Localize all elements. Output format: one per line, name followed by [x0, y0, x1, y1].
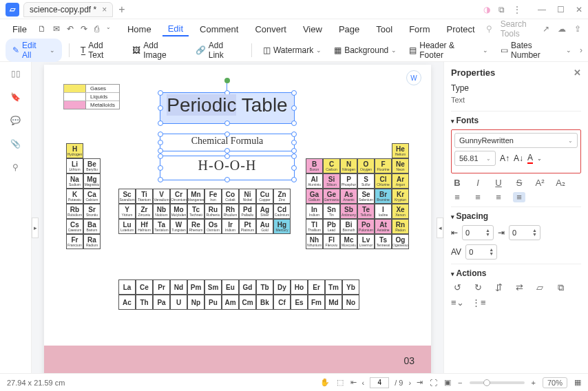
font-color-icon[interactable]: A	[527, 153, 533, 164]
shrink-font-icon[interactable]: A↓	[514, 154, 523, 163]
select-tool-icon[interactable]: ⬚	[337, 378, 344, 387]
expand-left-icon[interactable]: ▸	[32, 218, 39, 238]
font-size-select[interactable]: 56.81⌄	[454, 151, 496, 166]
fit-page-icon[interactable]: ▣	[444, 378, 451, 387]
text-selection-subtitle[interactable]: Chemical Formula	[160, 134, 295, 151]
text-selection-formula[interactable]: H-O-O-H	[160, 156, 295, 180]
align-justify-button[interactable]: ≡	[513, 192, 525, 202]
zoom-value[interactable]: 70%	[543, 377, 567, 388]
bates-number-button[interactable]: ▭Bates Number⌄	[496, 39, 576, 62]
open-external-icon[interactable]: ↗	[543, 24, 549, 34]
align-right-button[interactable]: ≡	[492, 192, 505, 202]
italic-button[interactable]: I	[472, 178, 484, 188]
page[interactable]: W Gases Liquids Metalloids Periodic Tabl…	[44, 65, 431, 373]
rotate-left-icon[interactable]: ↺	[451, 282, 463, 293]
toolbar-overflow-icon[interactable]: ›	[580, 45, 582, 55]
thumbnails-icon[interactable]: ▯▯	[11, 69, 21, 78]
new-tab-button[interactable]: +	[118, 3, 125, 16]
minimize-icon[interactable]: —	[538, 5, 546, 14]
fonts-section[interactable]: Fonts	[451, 116, 581, 125]
undo-icon[interactable]: ↶	[67, 24, 74, 34]
view-mode-icon[interactable]: ▦	[574, 378, 581, 387]
menu-file[interactable]: File	[7, 23, 32, 36]
resize-handle[interactable]	[224, 120, 230, 126]
zoom-in-icon[interactable]: +	[532, 379, 536, 387]
attachment-icon[interactable]: 📎	[10, 139, 21, 149]
zoom-slider[interactable]	[470, 381, 525, 384]
comment-panel-icon[interactable]: 💬	[10, 116, 21, 125]
menu-convert[interactable]: Convert	[249, 23, 292, 36]
bold-button[interactable]: B	[451, 178, 463, 188]
hand-tool-icon[interactable]: ✋	[320, 378, 330, 387]
menu-comment[interactable]: Comment	[194, 23, 244, 36]
search-tools-input[interactable]: Search Tools	[501, 19, 534, 39]
kebab-icon[interactable]: ⋮	[513, 5, 521, 14]
text-selection-title[interactable]: Periodic Table	[160, 92, 295, 124]
print-icon[interactable]: ⎙	[94, 24, 99, 34]
actions-section[interactable]: Actions	[451, 268, 581, 278]
redo-icon[interactable]: ↷	[81, 24, 87, 34]
resize-handle[interactable]	[291, 120, 297, 126]
underline-button[interactable]: U	[492, 178, 505, 188]
slider-thumb[interactable]	[483, 379, 490, 386]
menu-protect[interactable]: Protect	[441, 23, 480, 36]
qat-chev-icon[interactable]: ⌄	[106, 24, 111, 34]
canvas[interactable]: ▸ ◂ W Gases Liquids Metalloids Periodic …	[32, 62, 443, 373]
mail-icon[interactable]: ✉	[53, 24, 60, 34]
cloud-icon[interactable]: ☁	[558, 24, 566, 34]
subscript-button[interactable]: A₂	[554, 178, 567, 188]
char-spacing-input[interactable]: 0▲▼	[465, 244, 497, 260]
flip-v-icon[interactable]: ⇵	[492, 282, 505, 293]
font-family-select[interactable]: GunnyRewritten⌄	[454, 133, 578, 148]
notify-icon[interactable]: ⧉	[498, 5, 505, 14]
close-window-icon[interactable]: ✕	[576, 5, 582, 14]
spacing-section[interactable]: Spacing	[451, 211, 581, 221]
fit-width-icon[interactable]: ⛶	[430, 379, 437, 387]
float-word-icon[interactable]: W	[406, 70, 421, 85]
align-left-button[interactable]: ≡	[451, 192, 463, 202]
align-center-button[interactable]: ≡	[472, 192, 484, 202]
rotate-handle[interactable]	[224, 78, 230, 83]
add-text-button[interactable]: T̲Add Text	[76, 39, 124, 62]
spacing-left-input[interactable]: 0▲▼	[462, 225, 494, 240]
maximize-icon[interactable]: ☐	[557, 5, 565, 14]
document-tab[interactable]: science-copy.pdf * ×	[23, 2, 113, 17]
strike-button[interactable]: S	[513, 178, 525, 188]
edit-all-button[interactable]: ✎ Edit All ⌄	[6, 39, 62, 62]
menu-view[interactable]: View	[297, 23, 328, 36]
add-image-button[interactable]: 🖼Add Image	[128, 39, 187, 62]
superscript-button[interactable]: A²	[534, 178, 546, 188]
line-spacing-icon[interactable]: ≡⌄	[451, 297, 463, 308]
page-input[interactable]	[370, 377, 389, 388]
menu-edit[interactable]: Edit	[162, 22, 189, 36]
search-panel-icon[interactable]: ⚲	[12, 162, 19, 172]
resize-handle[interactable]	[158, 120, 163, 126]
expand-right-icon[interactable]: ◂	[437, 218, 443, 238]
watermark-button[interactable]: ◫Watermark⌄	[259, 43, 326, 57]
menu-tool[interactable]: Tool	[370, 23, 398, 36]
prev-page-icon[interactable]: ‹	[362, 379, 365, 387]
next-page-icon[interactable]: ›	[408, 379, 411, 387]
add-link-button[interactable]: 🔗Add Link	[191, 39, 244, 62]
background-button[interactable]: ▦Background⌄	[330, 43, 401, 57]
account-badge-icon[interactable]: ◑	[483, 5, 490, 14]
rotate-right-icon[interactable]: ↻	[472, 282, 484, 293]
flip-h-icon[interactable]: ⇄	[513, 282, 525, 293]
menu-home[interactable]: Home	[122, 23, 157, 36]
menu-form[interactable]: Form	[403, 23, 435, 36]
first-page-icon[interactable]: ⇤	[350, 378, 357, 387]
save-icon[interactable]: 🗋	[38, 24, 46, 34]
menu-page[interactable]: Page	[333, 23, 365, 36]
last-page-icon[interactable]: ⇥	[417, 378, 423, 387]
bookmark-icon[interactable]: 🔖	[10, 92, 21, 102]
close-panel-icon[interactable]: ✕	[574, 67, 581, 78]
replace-icon[interactable]: ⧉	[554, 282, 567, 293]
share-icon[interactable]: ⇪	[574, 24, 581, 34]
crop-icon[interactable]: ▱	[534, 282, 546, 293]
grow-font-icon[interactable]: A↑	[500, 154, 510, 163]
list-icon[interactable]: ⋮≡	[472, 297, 484, 308]
header-footer-button[interactable]: ▤Header & Footer⌄	[405, 39, 492, 62]
close-tab-icon[interactable]: ×	[102, 5, 107, 14]
spacing-right-input[interactable]: 0▲▼	[509, 225, 540, 240]
zoom-out-icon[interactable]: −	[458, 379, 462, 387]
